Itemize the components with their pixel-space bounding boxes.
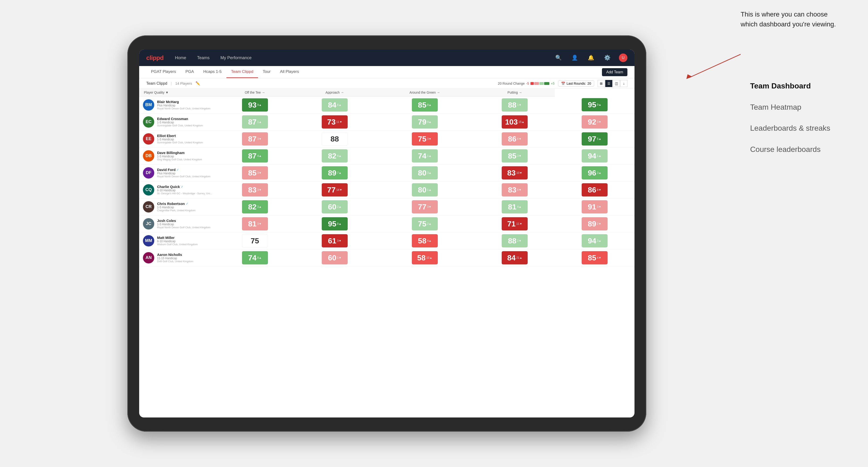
nav-home[interactable]: Home [173,55,188,61]
table-row[interactable]: CQCharlie Quick✓6-10 HandicapSt. George'… [139,181,634,198]
tablet-frame: clippd Home Teams My Performance 🔍 👤 🔔 ⚙… [127,35,646,432]
score-change: 3▲ [597,171,601,175]
table-row[interactable]: DFDavid Ford✓Plus HandicapRoyal North De… [139,164,634,181]
player-cell-2[interactable]: EEElliot Ebert1-5 HandicapSunningdale Go… [139,130,215,148]
player-avatar: CR [143,201,154,213]
player-club: Gog Magog Golf Club, United Kingdom [157,158,212,161]
search-icon[interactable]: 🔍 [554,53,563,62]
player-avatar: EC [143,116,154,128]
team-count: 14 Players [175,81,192,85]
player-name: Aaron Nicholls [157,253,182,257]
player-club: St. George's Hill GC - Weybridge · Surre… [157,192,212,195]
score-value: 83 [507,169,516,177]
col-off-tee[interactable]: Off the Tee → [215,89,294,96]
subnav-tour[interactable]: Tour [258,66,275,78]
player-cell-3[interactable]: DBDave Billingham1-5 HandicapGog Magog G… [139,148,215,164]
score-cell-1-3: 10315▲ [475,114,555,130]
score-value: 74 [248,254,257,261]
col-player-quality[interactable]: Player Quality ▼ [139,89,215,96]
subnav-team-clippd[interactable]: Team Clippd [226,66,258,78]
col-around-green[interactable]: Around the Green → [375,89,475,96]
nav-my-performance[interactable]: My Performance [219,55,253,61]
player-handicap: 6-10 Handicap [157,189,212,192]
subnav-pgat[interactable]: PGAT Players [146,66,181,78]
add-team-button[interactable]: Add Team [602,68,627,76]
player-avatar: DB [143,150,154,161]
verified-icon: ✓ [186,202,188,206]
table-row[interactable]: CRChris Robertson✓1-5 HandicapCraigmilla… [139,198,634,215]
table-wrapper[interactable]: Player Quality ▼ Off the Tee → Approach … [139,89,634,417]
score-value: 71 [507,220,516,228]
player-cell-9[interactable]: ANAaron Nicholls11-15 HandicapDrift Golf… [139,249,215,266]
player-name: Dave Billingham [157,151,185,155]
col-putting[interactable]: Putting → [475,89,555,96]
score-change: 3▲ [597,239,601,243]
top-nav: clippd Home Teams My Performance 🔍 👤 🔔 ⚙… [139,50,634,66]
card-view-button[interactable]: ◫ [613,80,620,87]
grid-view-button[interactable]: ⊞ [598,80,605,87]
score-change: 10▲ [426,256,432,259]
player-cell-8[interactable]: MMMatt Miller6-10 HandicapWoburn Golf Cl… [139,232,215,249]
round-change: 20 Round Change -5 +5 [498,82,555,85]
score-change: 1▲ [257,120,262,124]
subnav-pga[interactable]: PGA [181,66,198,78]
table-row[interactable]: DBDave Billingham1-5 HandicapGog Magog G… [139,148,634,164]
annotation-item-3: Leaderboards & streaks [750,118,830,139]
subnav-all-players[interactable]: All Players [275,66,304,78]
table-row[interactable]: JCJosh Coles1-5 HandicapRoyal North Devo… [139,215,634,232]
score-value: 61 [328,237,336,245]
settings-icon[interactable]: ⚙️ [602,53,612,62]
last-rounds-button[interactable]: 📅 Last Rounds: 20 [558,81,594,87]
table-row[interactable]: EEElliot Ebert1-5 HandicapSunningdale Go… [139,130,634,148]
score-value: 103 [505,118,518,126]
score-cell-7-1: 958▲ [295,215,375,232]
nav-teams[interactable]: Teams [195,55,212,61]
score-value: 79 [418,118,427,126]
score-change: 3▼ [597,205,601,209]
tablet-screen: clippd Home Teams My Performance 🔍 👤 🔔 ⚙… [139,50,634,417]
score-change: 14▼ [336,188,342,191]
score-value: 77 [327,186,336,194]
player-handicap: 1-5 Handicap [157,206,212,209]
score-cell-8-4: 943▲ [555,232,634,249]
score-value: 92 [588,118,596,126]
download-button[interactable]: ↓ [620,80,627,87]
subnav-hcaps[interactable]: Hcaps 1-5 [198,66,226,78]
score-value: 60 [328,254,336,261]
edit-icon[interactable]: ✏️ [195,81,200,86]
score-change: 3▼ [597,120,601,124]
col-approach[interactable]: Approach → [295,89,375,96]
notifications-icon[interactable]: 🔔 [586,53,596,62]
table-row[interactable]: ANAaron Nicholls11-15 HandicapDrift Golf… [139,249,634,266]
player-handicap: Plus Handicap [157,104,212,107]
player-handicap: 11-15 Handicap [157,257,212,260]
logo: clippd [146,54,164,62]
score-cell-9-0: 748▲ [215,249,294,266]
player-cell-7[interactable]: JCJosh Coles1-5 HandicapRoyal North Devo… [139,215,215,232]
score-cell-6-2: 773▼ [375,198,475,215]
person-icon[interactable]: 👤 [570,53,579,62]
annotation-item-1: Team Dashboard [750,75,830,97]
score-change: 8▲ [337,222,342,225]
score-value: 91 [588,203,596,211]
player-cell-4[interactable]: DFDavid Ford✓Plus HandicapRoyal North De… [139,164,215,181]
table-row[interactable]: ECEdward Crossman1-5 HandicapSunningdale… [139,114,634,130]
annotation-arrow [675,52,741,80]
team-bar: Team Clippd | 14 Players ✏️ 20 Round Cha… [139,78,634,89]
score-value: 97 [588,135,596,143]
player-cell-0[interactable]: BMBlair McHargPlus HandicapRoyal North D… [139,96,215,114]
user-avatar[interactable]: U [619,54,627,62]
score-value: 86 [508,135,517,143]
player-cell-6[interactable]: CRChris Robertson✓1-5 HandicapCraigmilla… [139,198,215,215]
list-view-button[interactable]: ☰ [605,80,612,87]
table-row[interactable]: MMMatt Miller6-10 HandicapWoburn Golf Cl… [139,232,634,249]
player-cell-5[interactable]: CQCharlie Quick✓6-10 HandicapSt. George'… [139,181,215,198]
player-club: Drift Golf Club, United Kingdom [157,260,212,263]
score-change: 9▲ [257,103,262,106]
score-value: 77 [418,203,427,211]
score-cell-5-3: 836▼ [475,181,555,198]
score-change: 3▼ [257,171,262,175]
table-row[interactable]: BMBlair McHargPlus HandicapRoyal North D… [139,96,634,114]
player-cell-1[interactable]: ECEdward Crossman1-5 HandicapSunningdale… [139,114,215,130]
score-cell-6-1: 602▲ [295,198,375,215]
